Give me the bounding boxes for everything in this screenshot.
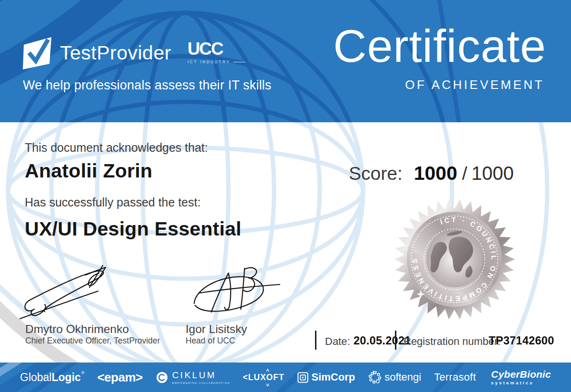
certificate-page: TestProvider UCC ICT INDUSTRY We help pr… [0, 0, 571, 392]
signature-okhrimenko [18, 263, 132, 322]
separator-bar [395, 331, 396, 350]
registration-value: TP37142600 [489, 334, 554, 347]
ict-council-seal: ICT · COUNCIL ON COMPETITIVENESS · [394, 199, 515, 320]
test-name: UX/UI Design Essential [25, 218, 241, 240]
score-value: 1000 [414, 162, 457, 185]
signature-lisitsky [182, 265, 282, 320]
separator-bar [315, 331, 316, 350]
signer-1-title: Chief Executive Officer, TestProvider [25, 336, 160, 346]
score-separator: / [462, 163, 467, 184]
score-row: Score: 1000 / 1000 [349, 162, 514, 185]
score-label: Score: [349, 163, 403, 184]
date-value: 20.05.2021 [354, 334, 411, 347]
registration-label: Registration number: [404, 335, 501, 348]
score-max: 1000 [472, 163, 514, 184]
passed-label: Has successfully passed the test: [25, 196, 201, 209]
signer-1-name: Dmytro Okhrimenko [25, 323, 129, 336]
acknowledge-label: This document acknowledges that: [25, 141, 208, 155]
signer-2-title: Head of UCC [186, 336, 235, 346]
recipient-name: Anatolii Zorin [25, 160, 152, 182]
signer-2-name: Igor Lisitsky [186, 323, 247, 336]
certificate-body: This document acknowledges that: Anatoli… [0, 0, 571, 392]
date-label: Date: [325, 335, 350, 348]
